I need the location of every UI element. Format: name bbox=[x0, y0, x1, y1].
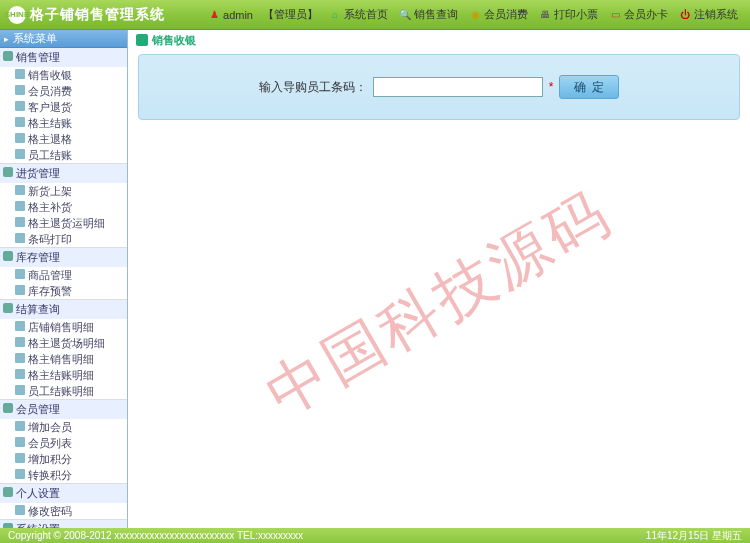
employee-code-input[interactable] bbox=[373, 77, 543, 97]
menu-item-0-0[interactable]: 销售收银 bbox=[0, 67, 127, 83]
main-area: 系统菜单 销售管理销售收银会员消费客户退货格主结账格主退格员工结账进货管理新货上… bbox=[0, 30, 750, 528]
copyright-text: Copyright © 2008-2012 xxxxxxxxxxxxxxxxxx… bbox=[8, 530, 303, 541]
menu-group-0[interactable]: 销售管理 bbox=[0, 48, 127, 67]
role-label: 【管理员】 bbox=[259, 5, 322, 24]
breadcrumb-title: 销售收银 bbox=[152, 33, 196, 48]
menu-item-4-1[interactable]: 会员列表 bbox=[0, 435, 127, 451]
logo-icon: SHINE bbox=[8, 6, 26, 24]
menu-item-3-1[interactable]: 格主退货场明细 bbox=[0, 335, 127, 351]
menu-group-1[interactable]: 进货管理 bbox=[0, 164, 127, 183]
current-user: ♟ admin bbox=[203, 6, 257, 24]
menu-item-1-3[interactable]: 条码打印 bbox=[0, 231, 127, 247]
menu-item-4-3[interactable]: 转换积分 bbox=[0, 467, 127, 483]
printer-icon: 🖶 bbox=[538, 8, 552, 22]
home-icon: ⌂ bbox=[328, 8, 342, 22]
menu-item-0-4[interactable]: 格主退格 bbox=[0, 131, 127, 147]
menu-item-0-5[interactable]: 员工结账 bbox=[0, 147, 127, 163]
sidebar: 系统菜单 销售管理销售收银会员消费客户退货格主结账格主退格员工结账进货管理新货上… bbox=[0, 30, 128, 528]
sidebar-title: 系统菜单 bbox=[0, 30, 127, 48]
submit-button[interactable]: 确定 bbox=[559, 75, 619, 99]
user-name-label: admin bbox=[223, 9, 253, 21]
user-icon: ♟ bbox=[207, 8, 221, 22]
nav-print-ticket[interactable]: 🖶 打印小票 bbox=[534, 5, 602, 24]
menu-item-0-3[interactable]: 格主结账 bbox=[0, 115, 127, 131]
menu-item-3-4[interactable]: 员工结账明细 bbox=[0, 383, 127, 399]
app-header: SHINE 格子铺销售管理系统 ♟ admin 【管理员】 ⌂ 系统首页 🔍 销… bbox=[0, 0, 750, 30]
nav-member-consume[interactable]: ◉ 会员消费 bbox=[464, 5, 532, 24]
menu-item-3-2[interactable]: 格主销售明细 bbox=[0, 351, 127, 367]
nav-logout[interactable]: ⏻ 注销系统 bbox=[674, 5, 742, 24]
footer: Copyright © 2008-2012 xxxxxxxxxxxxxxxxxx… bbox=[0, 528, 750, 543]
sidebar-menu[interactable]: 销售管理销售收银会员消费客户退货格主结账格主退格员工结账进货管理新货上架格主补货… bbox=[0, 48, 127, 528]
breadcrumb: 销售收银 bbox=[128, 30, 750, 50]
logo-area: SHINE 格子铺销售管理系统 bbox=[8, 6, 165, 24]
top-toolbar: ♟ admin 【管理员】 ⌂ 系统首页 🔍 销售查询 ◉ 会员消费 🖶 打印小… bbox=[203, 5, 742, 24]
menu-item-3-3[interactable]: 格主结账明细 bbox=[0, 367, 127, 383]
logout-icon: ⏻ bbox=[678, 8, 692, 22]
menu-group-3[interactable]: 结算查询 bbox=[0, 300, 127, 319]
menu-item-3-0[interactable]: 店铺销售明细 bbox=[0, 319, 127, 335]
form-row: 输入导购员工条码： * 确定 bbox=[259, 75, 620, 99]
breadcrumb-icon bbox=[136, 34, 148, 46]
menu-item-1-1[interactable]: 格主补货 bbox=[0, 199, 127, 215]
footer-date: 11年12月15日 星期五 bbox=[646, 529, 742, 543]
required-mark: * bbox=[549, 80, 554, 94]
menu-group-6[interactable]: 系统设置 bbox=[0, 520, 127, 528]
nav-member-card[interactable]: ▭ 会员办卡 bbox=[604, 5, 672, 24]
menu-item-0-1[interactable]: 会员消费 bbox=[0, 83, 127, 99]
menu-item-2-1[interactable]: 库存预警 bbox=[0, 283, 127, 299]
menu-item-5-0[interactable]: 修改密码 bbox=[0, 503, 127, 519]
search-icon: 🔍 bbox=[398, 8, 412, 22]
coin-icon: ◉ bbox=[468, 8, 482, 22]
menu-item-1-0[interactable]: 新货上架 bbox=[0, 183, 127, 199]
content-area: 销售收银 输入导购员工条码： * 确定 中国科技源码 bbox=[128, 30, 750, 528]
nav-home[interactable]: ⌂ 系统首页 bbox=[324, 5, 392, 24]
menu-item-1-2[interactable]: 格主退货运明细 bbox=[0, 215, 127, 231]
menu-group-5[interactable]: 个人设置 bbox=[0, 484, 127, 503]
app-title: 格子铺销售管理系统 bbox=[30, 6, 165, 24]
employee-code-label: 输入导购员工条码： bbox=[259, 79, 367, 96]
card-icon: ▭ bbox=[608, 8, 622, 22]
menu-group-2[interactable]: 库存管理 bbox=[0, 248, 127, 267]
menu-item-0-2[interactable]: 客户退货 bbox=[0, 99, 127, 115]
input-panel: 输入导购员工条码： * 确定 bbox=[138, 54, 740, 120]
watermark-text: 中国科技源码 bbox=[252, 173, 625, 435]
nav-sales-query[interactable]: 🔍 销售查询 bbox=[394, 5, 462, 24]
menu-item-4-2[interactable]: 增加积分 bbox=[0, 451, 127, 467]
menu-group-4[interactable]: 会员管理 bbox=[0, 400, 127, 419]
menu-item-2-0[interactable]: 商品管理 bbox=[0, 267, 127, 283]
menu-item-4-0[interactable]: 增加会员 bbox=[0, 419, 127, 435]
